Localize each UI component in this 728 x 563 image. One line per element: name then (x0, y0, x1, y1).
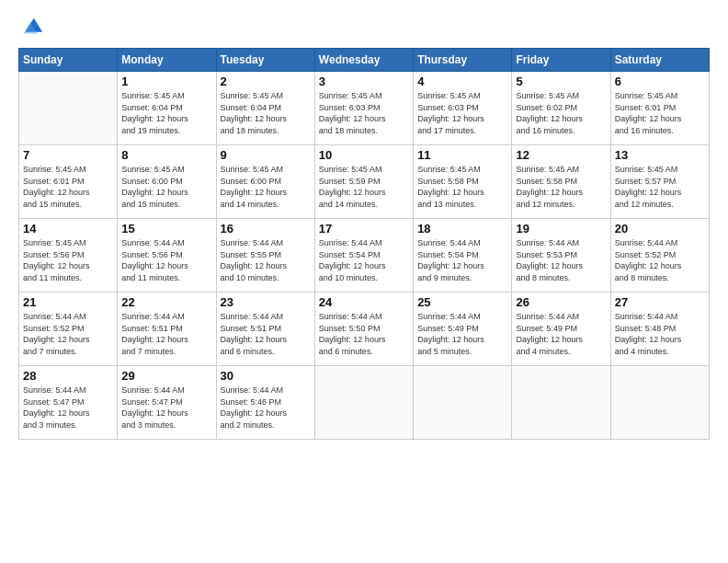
calendar-cell: 12Sunrise: 5:45 AM Sunset: 5:58 PM Dayli… (512, 145, 610, 219)
day-info: Sunrise: 5:44 AM Sunset: 5:54 PM Dayligh… (319, 237, 409, 283)
calendar-cell (512, 366, 610, 440)
calendar-cell: 26Sunrise: 5:44 AM Sunset: 5:49 PM Dayli… (512, 293, 610, 366)
calendar-cell: 13Sunrise: 5:45 AM Sunset: 5:57 PM Dayli… (610, 145, 709, 219)
calendar-cell: 22Sunrise: 5:44 AM Sunset: 5:51 PM Dayli… (118, 293, 216, 366)
day-info: Sunrise: 5:44 AM Sunset: 5:56 PM Dayligh… (121, 237, 211, 283)
day-info: Sunrise: 5:44 AM Sunset: 5:46 PM Dayligh… (221, 385, 311, 431)
day-number: 30 (221, 369, 311, 383)
week-row-2: 7Sunrise: 5:45 AM Sunset: 6:01 PM Daylig… (19, 145, 710, 219)
day-number: 4 (417, 75, 507, 88)
day-info: Sunrise: 5:44 AM Sunset: 5:51 PM Dayligh… (121, 311, 211, 357)
day-info: Sunrise: 5:44 AM Sunset: 5:53 PM Dayligh… (516, 237, 606, 283)
day-number: 24 (319, 295, 409, 309)
weekday-header-thursday: Thursday (414, 49, 512, 72)
calendar-cell: 10Sunrise: 5:45 AM Sunset: 5:59 PM Dayli… (314, 145, 413, 219)
day-number: 3 (319, 75, 409, 88)
day-info: Sunrise: 5:45 AM Sunset: 6:00 PM Dayligh… (221, 164, 311, 210)
calendar-cell: 8Sunrise: 5:45 AM Sunset: 6:00 PM Daylig… (118, 145, 216, 219)
day-info: Sunrise: 5:45 AM Sunset: 5:57 PM Dayligh… (615, 164, 705, 210)
day-number: 16 (221, 222, 311, 236)
page: SundayMondayTuesdayWednesdayThursdayFrid… (0, 0, 728, 563)
day-info: Sunrise: 5:45 AM Sunset: 6:03 PM Dayligh… (417, 90, 507, 136)
day-info: Sunrise: 5:45 AM Sunset: 6:00 PM Dayligh… (121, 164, 211, 210)
day-info: Sunrise: 5:45 AM Sunset: 6:01 PM Dayligh… (615, 90, 705, 136)
day-number: 14 (23, 222, 113, 236)
calendar-cell (414, 366, 512, 440)
day-info: Sunrise: 5:44 AM Sunset: 5:55 PM Dayligh… (221, 237, 311, 283)
weekday-header-friday: Friday (512, 49, 610, 72)
calendar-cell: 25Sunrise: 5:44 AM Sunset: 5:49 PM Dayli… (414, 293, 512, 366)
calendar-cell: 3Sunrise: 5:45 AM Sunset: 6:03 PM Daylig… (314, 72, 413, 145)
calendar-table: SundayMondayTuesdayWednesdayThursdayFrid… (18, 48, 710, 440)
calendar-cell: 2Sunrise: 5:45 AM Sunset: 6:04 PM Daylig… (216, 72, 314, 145)
day-info: Sunrise: 5:45 AM Sunset: 6:04 PM Dayligh… (121, 90, 211, 136)
day-info: Sunrise: 5:44 AM Sunset: 5:52 PM Dayligh… (615, 237, 705, 283)
calendar-cell: 14Sunrise: 5:45 AM Sunset: 5:56 PM Dayli… (19, 219, 118, 293)
day-number: 6 (615, 75, 705, 88)
day-info: Sunrise: 5:45 AM Sunset: 6:02 PM Dayligh… (516, 90, 606, 136)
calendar-cell: 16Sunrise: 5:44 AM Sunset: 5:55 PM Dayli… (216, 219, 314, 293)
calendar-cell: 11Sunrise: 5:45 AM Sunset: 5:58 PM Dayli… (414, 145, 512, 219)
day-number: 7 (23, 148, 113, 162)
day-number: 28 (23, 369, 113, 383)
week-row-3: 14Sunrise: 5:45 AM Sunset: 5:56 PM Dayli… (19, 219, 710, 293)
day-info: Sunrise: 5:45 AM Sunset: 6:03 PM Dayligh… (319, 90, 409, 136)
calendar-cell (610, 366, 709, 440)
day-number: 5 (516, 75, 606, 88)
logo (18, 15, 48, 40)
day-number: 23 (221, 295, 311, 309)
calendar-cell: 19Sunrise: 5:44 AM Sunset: 5:53 PM Dayli… (512, 219, 610, 293)
day-number: 17 (319, 222, 409, 236)
calendar-cell: 18Sunrise: 5:44 AM Sunset: 5:54 PM Dayli… (414, 219, 512, 293)
day-info: Sunrise: 5:44 AM Sunset: 5:49 PM Dayligh… (417, 311, 507, 357)
day-info: Sunrise: 5:45 AM Sunset: 5:56 PM Dayligh… (23, 237, 113, 283)
calendar-cell: 24Sunrise: 5:44 AM Sunset: 5:50 PM Dayli… (314, 293, 413, 366)
day-info: Sunrise: 5:45 AM Sunset: 6:04 PM Dayligh… (221, 90, 311, 136)
logo-icon (18, 15, 44, 40)
day-number: 10 (319, 148, 409, 162)
day-number: 21 (23, 295, 113, 309)
day-info: Sunrise: 5:45 AM Sunset: 5:58 PM Dayligh… (516, 164, 606, 210)
weekday-header-wednesday: Wednesday (314, 49, 413, 72)
weekday-header-saturday: Saturday (610, 49, 709, 72)
day-number: 29 (121, 369, 211, 383)
day-number: 12 (516, 148, 606, 162)
day-info: Sunrise: 5:44 AM Sunset: 5:48 PM Dayligh… (615, 311, 705, 357)
weekday-header-sunday: Sunday (19, 49, 118, 72)
week-row-1: 1Sunrise: 5:45 AM Sunset: 6:04 PM Daylig… (19, 72, 710, 145)
day-info: Sunrise: 5:44 AM Sunset: 5:47 PM Dayligh… (121, 385, 211, 431)
day-number: 2 (221, 75, 311, 88)
day-info: Sunrise: 5:44 AM Sunset: 5:47 PM Dayligh… (23, 385, 113, 431)
weekday-header-monday: Monday (118, 49, 216, 72)
day-info: Sunrise: 5:44 AM Sunset: 5:54 PM Dayligh… (417, 237, 507, 283)
calendar-cell: 6Sunrise: 5:45 AM Sunset: 6:01 PM Daylig… (610, 72, 709, 145)
day-number: 13 (615, 148, 705, 162)
header (18, 15, 710, 40)
day-number: 20 (615, 222, 705, 236)
calendar-cell: 28Sunrise: 5:44 AM Sunset: 5:47 PM Dayli… (19, 366, 118, 440)
calendar-cell: 4Sunrise: 5:45 AM Sunset: 6:03 PM Daylig… (414, 72, 512, 145)
calendar-cell: 17Sunrise: 5:44 AM Sunset: 5:54 PM Dayli… (314, 219, 413, 293)
calendar-cell: 20Sunrise: 5:44 AM Sunset: 5:52 PM Dayli… (610, 219, 709, 293)
day-number: 26 (516, 295, 606, 309)
day-number: 15 (121, 222, 211, 236)
day-number: 1 (121, 75, 211, 88)
calendar-cell: 5Sunrise: 5:45 AM Sunset: 6:02 PM Daylig… (512, 72, 610, 145)
day-info: Sunrise: 5:44 AM Sunset: 5:52 PM Dayligh… (23, 311, 113, 357)
day-number: 18 (417, 222, 507, 236)
calendar-cell: 29Sunrise: 5:44 AM Sunset: 5:47 PM Dayli… (118, 366, 216, 440)
week-row-4: 21Sunrise: 5:44 AM Sunset: 5:52 PM Dayli… (19, 293, 710, 366)
calendar-cell: 30Sunrise: 5:44 AM Sunset: 5:46 PM Dayli… (216, 366, 314, 440)
calendar-cell: 1Sunrise: 5:45 AM Sunset: 6:04 PM Daylig… (118, 72, 216, 145)
week-row-5: 28Sunrise: 5:44 AM Sunset: 5:47 PM Dayli… (19, 366, 710, 440)
day-number: 22 (121, 295, 211, 309)
day-info: Sunrise: 5:45 AM Sunset: 5:58 PM Dayligh… (417, 164, 507, 210)
calendar-cell (19, 72, 118, 145)
calendar-cell: 27Sunrise: 5:44 AM Sunset: 5:48 PM Dayli… (610, 293, 709, 366)
weekday-header-tuesday: Tuesday (216, 49, 314, 72)
day-info: Sunrise: 5:45 AM Sunset: 5:59 PM Dayligh… (319, 164, 409, 210)
day-info: Sunrise: 5:44 AM Sunset: 5:50 PM Dayligh… (319, 311, 409, 357)
day-number: 8 (121, 148, 211, 162)
weekday-header-row: SundayMondayTuesdayWednesdayThursdayFrid… (19, 49, 710, 72)
day-number: 25 (417, 295, 507, 309)
